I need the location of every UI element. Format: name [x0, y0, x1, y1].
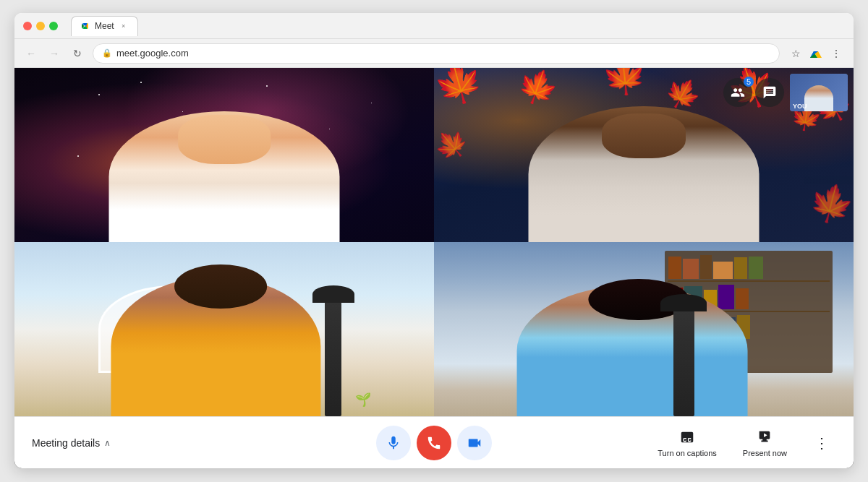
- lock-icon: 🔒: [102, 48, 112, 58]
- mute-button[interactable]: [376, 426, 411, 460]
- camera-button[interactable]: [457, 426, 492, 460]
- more-dots-icon: ⋮: [814, 434, 829, 452]
- bookmark-icon[interactable]: ☆: [787, 45, 804, 62]
- participant-count-badge: 5: [744, 77, 754, 87]
- maximize-button[interactable]: [49, 22, 58, 30]
- present-now-button[interactable]: Present now: [737, 426, 793, 460]
- captions-label: Turn on captions: [658, 449, 717, 457]
- chevron-up-icon: ∧: [104, 438, 111, 448]
- captions-button[interactable]: Turn on captions: [652, 426, 723, 460]
- back-button[interactable]: ←: [23, 46, 39, 61]
- title-bar: Meet ×: [14, 13, 854, 39]
- self-view: YOU: [790, 74, 848, 111]
- address-bar: ← → ↻ 🔒 meet.google.com ☆ ⋮: [14, 39, 854, 68]
- active-tab[interactable]: Meet ×: [71, 16, 138, 36]
- control-bar: Meeting details ∧: [14, 416, 854, 468]
- meeting-details-button[interactable]: Meeting details ∧: [32, 437, 111, 449]
- tab-close-button[interactable]: ×: [119, 21, 129, 31]
- present-now-label: Present now: [743, 449, 787, 457]
- url-bar[interactable]: 🔒 meet.google.com: [93, 43, 780, 64]
- browser-window: Meet × ← → ↻ 🔒 meet.google.com ☆: [14, 13, 854, 468]
- sidebar-icons: 5 YOU: [723, 74, 848, 111]
- tab-favicon: [80, 21, 90, 31]
- video-cell-3: 🌱: [14, 242, 434, 416]
- video-cell-4: [434, 242, 854, 416]
- more-options-button[interactable]: ⋮: [807, 429, 836, 457]
- close-button[interactable]: [23, 22, 32, 30]
- refresh-button[interactable]: ↻: [69, 46, 85, 61]
- right-controls: Turn on captions Present now ⋮: [652, 426, 836, 460]
- chat-button[interactable]: [755, 78, 784, 107]
- self-view-label: YOU: [793, 103, 807, 110]
- meeting-details-label: Meeting details: [32, 437, 100, 449]
- forward-button[interactable]: →: [46, 46, 62, 61]
- video-grid: 🍁 🍁 🍁 🍁 🍁 🍁 🍁 🍁 🍁: [14, 68, 854, 416]
- end-call-button[interactable]: [417, 426, 451, 460]
- tab-title: Meet: [95, 21, 114, 31]
- captions-icon: [678, 429, 696, 446]
- minimize-button[interactable]: [36, 22, 45, 30]
- google-drive-icon[interactable]: [807, 45, 825, 62]
- present-now-icon: [756, 429, 773, 446]
- more-options-icon[interactable]: ⋮: [827, 45, 845, 62]
- video-cell-1: [14, 68, 434, 242]
- toolbar-icons: ☆ ⋮: [787, 45, 845, 62]
- content-area: 🍁 🍁 🍁 🍁 🍁 🍁 🍁 🍁 🍁: [14, 68, 854, 468]
- tab-bar: Meet ×: [71, 13, 138, 38]
- url-text: meet.google.com: [116, 48, 770, 59]
- participants-button[interactable]: 5: [723, 78, 752, 107]
- center-controls: [376, 426, 492, 460]
- traffic-lights: [23, 22, 58, 30]
